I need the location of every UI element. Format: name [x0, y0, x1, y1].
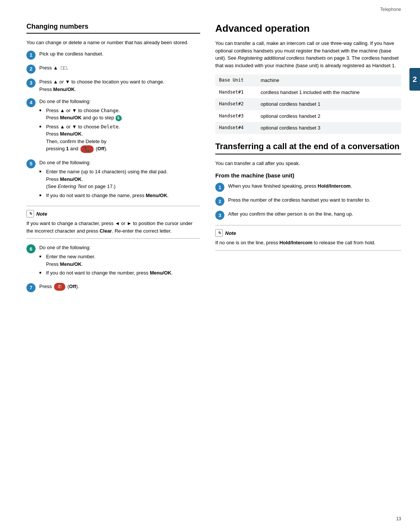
note-1: ✎ Note If you want to change a character… [26, 206, 200, 239]
phone-off-btn-step7: ✆ [54, 283, 65, 291]
table-cell-col2: optional cordless handset 1 [257, 98, 401, 110]
step-5-num: 5 [26, 159, 36, 168]
table-cell-col1: Handset#1 [215, 86, 257, 99]
note-1-title: ✎ Note [26, 210, 200, 217]
advanced-operation-title: Advanced operation [215, 23, 401, 34]
table-cell-col1: Base Unit [215, 74, 257, 86]
table-cell-col2: optional cordless handset 3 [257, 122, 401, 134]
header-text: Telephone [380, 7, 401, 12]
step-4-num: 4 [26, 98, 36, 107]
left-section-title-text: Changing numbers [26, 23, 88, 30]
step-1-content: Pick up the cordless handset. [39, 50, 200, 58]
transfer-note-title: ✎ Note [215, 229, 401, 237]
right-column: Advanced operation You can transfer a ca… [215, 23, 401, 506]
side-tab: 2 [409, 68, 420, 91]
transfer-step-2-num: 2 [215, 197, 224, 206]
transfer-step-3-num: 3 [215, 211, 224, 220]
right-intro: You can transfer a call, make an interco… [215, 40, 401, 69]
step-5-bullets: Enter the name (up to 14 characters) usi… [39, 168, 200, 199]
note-icon-2: ✎ [215, 229, 223, 237]
transfer-note-text: If no one is on the line, press Hold/Int… [215, 239, 401, 247]
transfer-step-2: 2 Press the number of the cordless hands… [215, 196, 401, 206]
step-5: 5 Do one of the following: Enter the nam… [26, 159, 200, 200]
step-5-bullet-1: Enter the name (up to 14 characters) usi… [39, 168, 200, 190]
table-cell-col1: Handset#4 [215, 122, 257, 134]
note-icon-1: ✎ [26, 210, 34, 217]
transfer-step-3-content: After you confirm the other person is on… [228, 210, 401, 218]
transfer-note-title-text: Note [225, 230, 236, 236]
step-6-bullet-2: If you do not want to change the number,… [39, 269, 200, 277]
table-cell-col2: cordless handset 1 included with the mac… [257, 86, 401, 99]
table-row: Handset#3 optional cordless handset 2 [215, 110, 401, 122]
step-1-text: Pick up the cordless handset. [39, 51, 103, 57]
step-1-num: 1 [26, 51, 36, 60]
changing-numbers-title: Changing numbers [26, 23, 200, 34]
step-5-bullet-2: If you do not want to change the name, p… [39, 192, 200, 199]
step-4-bullet-2: Press ▲ or ▼ to choose Delete.Press Menu… [39, 123, 200, 153]
main-content: Changing numbers You can change or delet… [0, 0, 420, 529]
table-cell-col2: optional cordless handset 2 [257, 110, 401, 122]
step-2-num: 2 [26, 65, 36, 74]
transfer-steps: 1 When you have finished speaking, press… [215, 182, 401, 220]
from-machine-title: From the machine (base unit) [215, 172, 401, 179]
handset-table: Base Unit machine Handset#1 cordless han… [215, 74, 401, 134]
page: Telephone 2 13 Changing numbers You can … [0, 0, 420, 529]
right-section-title-text: Advanced operation [215, 23, 310, 34]
table-row: Handset#2 optional cordless handset 1 [215, 98, 401, 110]
step-4-content: Do one of the following: Press ▲ or ▼ to… [39, 98, 200, 154]
step-1: 1 Pick up the cordless handset. [26, 50, 200, 60]
transfer-section-title: Transferring a call at the end of a conv… [215, 142, 401, 154]
side-tab-number: 2 [412, 75, 417, 84]
table-row: Handset#1 cordless handset 1 included wi… [215, 86, 401, 99]
transfer-intro: You can transfer a call after you speak. [215, 160, 401, 167]
table-row: Base Unit machine [215, 74, 401, 86]
transfer-step-2-content: Press the number of the cordless handset… [228, 196, 401, 204]
page-number: 13 [396, 516, 401, 521]
step-6-content: Do one of the following: Enter the new n… [39, 244, 200, 278]
note-1-title-text: Note [36, 211, 47, 217]
step-7-num: 7 [26, 283, 36, 292]
step-6-bullet-1: Enter the new number.Press Menu/OK. [39, 253, 200, 268]
left-intro: You can change or delete a name or numbe… [26, 39, 200, 46]
step-6: 6 Do one of the following: Enter the new… [26, 244, 200, 278]
step-4-bullets: Press ▲ or ▼ to choose Change.Press Menu… [39, 107, 200, 153]
step-3-content: Press ▲ or ▼ to choose the location you … [39, 78, 200, 93]
step-4-bullet-1: Press ▲ or ▼ to choose Change.Press Menu… [39, 107, 200, 122]
transfer-step-1-content: When you have finished speaking, press H… [228, 182, 401, 190]
step-3: 3 Press ▲ or ▼ to choose the location yo… [26, 78, 200, 93]
table-row: Handset#4 optional cordless handset 3 [215, 122, 401, 134]
table-cell-col1: Handset#3 [215, 110, 257, 122]
from-machine-title-text: From the machine (base unit) [215, 172, 294, 179]
step-6-bullets: Enter the new number.Press Menu/OK. If y… [39, 253, 200, 277]
note-1-text: If you want to change a character, press… [26, 220, 200, 234]
step-6-num: 6 [26, 244, 36, 253]
steps-6-7: 6 Do one of the following: Enter the new… [26, 244, 200, 292]
step-7: 7 Press ✆ (Off). [26, 283, 200, 292]
page-header: Telephone [380, 7, 401, 12]
step-2-content: Press ▲ □□. [39, 64, 200, 72]
table-cell-col1: Handset#2 [215, 98, 257, 110]
transfer-note: ✎ Note If no one is on the line, press H… [215, 225, 401, 251]
step-3-num: 3 [26, 79, 36, 88]
phone-off-btn-step4: 📞 [80, 145, 94, 153]
transfer-step-1-num: 1 [215, 183, 224, 192]
transfer-title-text: Transferring a call at the end of a conv… [215, 142, 400, 151]
step-7-content: Press ✆ (Off). [39, 283, 200, 291]
step-4: 4 Do one of the following: Press ▲ or ▼ … [26, 98, 200, 154]
step-5-content: Do one of the following: Enter the name … [39, 159, 200, 200]
left-column: Changing numbers You can change or delet… [26, 23, 200, 506]
steps-1-5: 1 Pick up the cordless handset. 2 Press … [26, 50, 200, 201]
transfer-step-3: 3 After you confirm the other person is … [215, 210, 401, 220]
table-cell-col2: machine [257, 74, 401, 86]
page-number-text: 13 [396, 516, 401, 521]
step-2: 2 Press ▲ □□. [26, 64, 200, 74]
transfer-step-1: 1 When you have finished speaking, press… [215, 182, 401, 192]
